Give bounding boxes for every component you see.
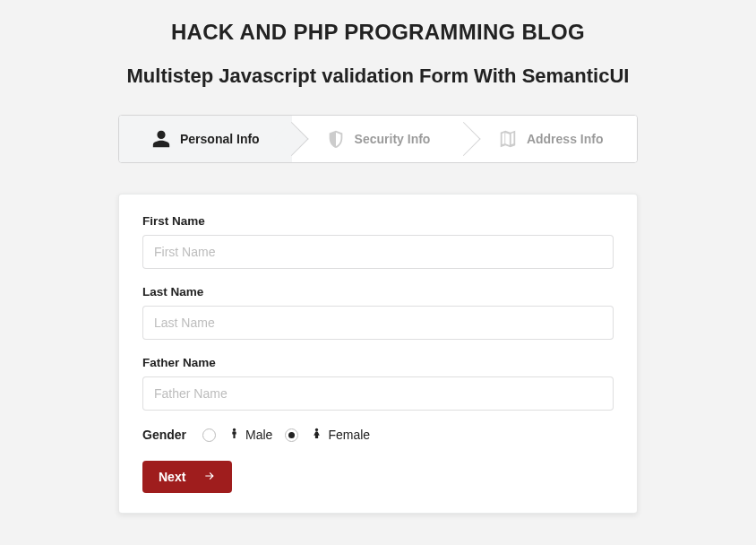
step-security-info[interactable]: Security Info (292, 116, 465, 162)
next-button-label: Next (159, 470, 185, 484)
gender-female-option: Female (311, 427, 370, 443)
gender-male-radio[interactable] (202, 428, 216, 442)
gender-female-radio[interactable] (285, 428, 298, 442)
form-card: First Name Last Name Father Name Gender … (118, 194, 638, 514)
last-name-label: Last Name (142, 285, 614, 298)
step-label: Personal Info (180, 132, 260, 146)
female-icon (311, 427, 322, 443)
user-icon (151, 129, 171, 149)
arrow-right-icon (203, 470, 216, 485)
next-button[interactable]: Next (142, 461, 232, 493)
gender-label: Gender (142, 428, 186, 442)
page-subtitle: Multistep Javascript validation Form Wit… (118, 65, 638, 88)
male-icon (228, 427, 240, 443)
svg-point-1 (315, 428, 318, 431)
shield-icon (326, 129, 346, 149)
first-name-label: First Name (142, 214, 614, 228)
step-label: Address Info (527, 132, 604, 146)
first-name-input[interactable] (142, 235, 614, 269)
gender-male-label: Male (245, 428, 272, 442)
last-name-input[interactable] (142, 306, 614, 340)
svg-point-0 (233, 428, 236, 431)
father-name-input[interactable] (142, 376, 614, 411)
map-icon (498, 129, 518, 149)
gender-female-label: Female (328, 428, 370, 442)
gender-male-option: Male (228, 427, 272, 443)
page-title: HACK AND PHP PROGRAMMING BLOG (118, 20, 638, 45)
father-name-label: Father Name (142, 356, 614, 369)
step-label: Security Info (355, 132, 431, 146)
gender-row: Gender Male Female (142, 427, 614, 443)
step-address-info[interactable]: Address Info (464, 116, 637, 162)
step-personal-info[interactable]: Personal Info (119, 116, 292, 162)
step-bar: Personal Info Security Info Address Info (118, 115, 638, 163)
